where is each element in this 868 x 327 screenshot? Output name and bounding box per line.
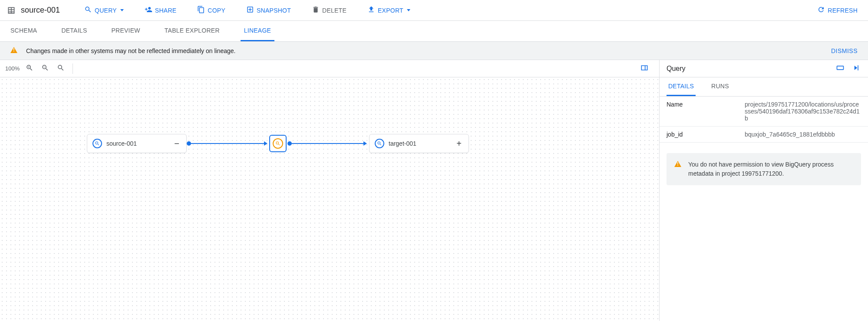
refresh-button[interactable]: REFRESH bbox=[814, 4, 861, 17]
port-out[interactable] bbox=[287, 141, 292, 146]
warning-icon bbox=[10, 47, 17, 54]
zoom-level: 100% bbox=[5, 65, 20, 72]
node-label: source-001 bbox=[106, 140, 137, 147]
table-node-icon bbox=[375, 139, 384, 148]
lineage-edge bbox=[191, 143, 267, 144]
export-button[interactable]: EXPORT bbox=[364, 4, 414, 17]
table-icon bbox=[7, 6, 16, 15]
page-header: source-001 QUERY SHARE COPY SNAPSHOT DEL… bbox=[0, 0, 868, 21]
tab-details[interactable]: DETAILS bbox=[58, 21, 90, 41]
panel-title: Query bbox=[667, 65, 686, 73]
svg-rect-1 bbox=[858, 65, 858, 70]
export-icon bbox=[367, 6, 375, 15]
delete-button[interactable]: DELETE bbox=[308, 4, 350, 17]
details-table: Name projects/199751771200/locations/us/… bbox=[660, 97, 868, 143]
detail-key: job_id bbox=[660, 127, 738, 143]
detail-value: projects/199751771200/locations/us/proce… bbox=[738, 97, 868, 127]
zoom-out-icon bbox=[41, 67, 49, 73]
collapse-button[interactable]: − bbox=[172, 139, 181, 149]
banner-text: Changes made in other systems may not be… bbox=[26, 47, 235, 54]
node-label: target-001 bbox=[389, 140, 416, 147]
detail-value: bquxjob_7a6465c9_1881efdbbbb bbox=[738, 127, 868, 143]
snapshot-button[interactable]: SNAPSHOT bbox=[243, 4, 294, 17]
table-row: Name projects/199751771200/locations/us/… bbox=[660, 97, 868, 127]
panel-toggle-button[interactable] bbox=[638, 62, 650, 75]
search-icon bbox=[84, 6, 92, 15]
lineage-node-source[interactable]: source-001 − bbox=[87, 134, 187, 153]
tab-schema[interactable]: SCHEMA bbox=[7, 21, 40, 41]
panel-layout-button[interactable] bbox=[835, 63, 845, 74]
info-banner: Changes made in other systems may not be… bbox=[0, 42, 868, 60]
zoom-reset-icon bbox=[57, 67, 65, 73]
panel-tab-runs[interactable]: RUNS bbox=[710, 77, 731, 96]
chevron-down-icon bbox=[407, 9, 410, 11]
table-node-icon bbox=[92, 139, 102, 148]
zoom-in-button[interactable] bbox=[24, 62, 35, 75]
divider bbox=[73, 63, 73, 74]
svg-rect-0 bbox=[837, 66, 844, 70]
query-button[interactable]: QUERY bbox=[81, 4, 127, 17]
zoom-in-icon bbox=[26, 67, 33, 73]
details-panel: Query DETAILS RUNS Name projects/1997517… bbox=[660, 60, 868, 321]
copy-button[interactable]: COPY bbox=[194, 4, 229, 17]
panel-icon bbox=[640, 67, 649, 73]
refresh-icon bbox=[817, 6, 825, 15]
collapse-right-icon bbox=[851, 67, 860, 73]
panel-collapse-button[interactable] bbox=[851, 63, 861, 74]
trash-icon bbox=[312, 6, 320, 15]
lineage-node-target[interactable]: target-001 + bbox=[369, 134, 469, 153]
lineage-edge bbox=[292, 143, 366, 144]
zoom-reset-button[interactable] bbox=[55, 62, 66, 75]
expand-button[interactable]: + bbox=[455, 139, 463, 149]
permission-warning: You do not have permission to view BigQu… bbox=[667, 153, 861, 185]
warning-text: You do not have permission to view BigQu… bbox=[688, 160, 853, 178]
canvas-toolbar: 100% bbox=[0, 60, 659, 77]
tab-lineage[interactable]: LINEAGE bbox=[241, 21, 274, 41]
page-title: source-001 bbox=[21, 6, 60, 15]
lineage-canvas[interactable]: source-001 − target-001 bbox=[0, 77, 659, 321]
panel-tab-details[interactable]: DETAILS bbox=[667, 77, 696, 96]
process-icon bbox=[273, 138, 283, 149]
dismiss-button[interactable]: DISMISS bbox=[831, 47, 858, 54]
chevron-down-icon bbox=[120, 9, 124, 11]
snapshot-icon bbox=[246, 6, 254, 15]
layout-icon bbox=[836, 67, 845, 73]
share-button[interactable]: SHARE bbox=[141, 4, 180, 17]
tab-preview[interactable]: PREVIEW bbox=[108, 21, 143, 41]
table-row: job_id bquxjob_7a6465c9_1881efdbbbb bbox=[660, 127, 868, 143]
person-add-icon bbox=[145, 6, 152, 15]
zoom-out-button[interactable] bbox=[40, 62, 51, 75]
warning-icon bbox=[674, 161, 681, 178]
tab-table-explorer[interactable]: TABLE EXPLORER bbox=[161, 21, 223, 41]
detail-key: Name bbox=[660, 97, 738, 127]
main-tabs: SCHEMA DETAILS PREVIEW TABLE EXPLORER LI… bbox=[0, 21, 868, 42]
port-out[interactable] bbox=[187, 141, 191, 146]
lineage-process-node[interactable] bbox=[269, 135, 287, 152]
panel-tabs: DETAILS RUNS bbox=[660, 77, 868, 97]
copy-icon bbox=[197, 6, 205, 15]
